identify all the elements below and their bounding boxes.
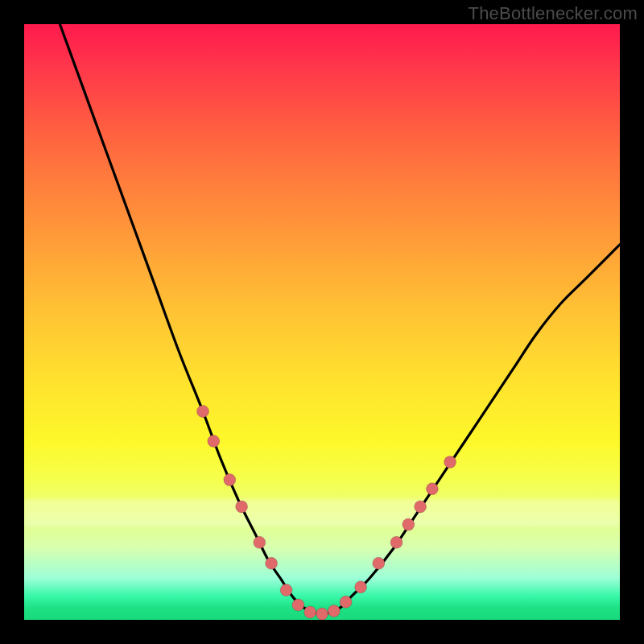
data-marker [373, 557, 385, 569]
bottleneck-curve-line [60, 24, 620, 614]
data-marker [292, 599, 304, 611]
data-marker [340, 596, 352, 608]
data-marker [328, 605, 340, 617]
data-marker [390, 536, 402, 548]
data-marker [402, 518, 415, 530]
data-marker [208, 436, 220, 448]
data-marker [426, 483, 438, 495]
data-marker [224, 474, 236, 486]
plot-area [24, 24, 620, 620]
data-marker [280, 584, 292, 597]
data-marker [304, 606, 316, 618]
data-marker [254, 536, 266, 548]
chart-svg [24, 24, 620, 620]
data-marker [266, 557, 278, 569]
data-marker [355, 581, 367, 593]
data-marker [444, 456, 456, 468]
data-marker [197, 406, 209, 418]
data-marker [236, 501, 248, 513]
watermark-text: TheBottlenecker.com [469, 3, 638, 24]
chart-frame: TheBottlenecker.com [0, 0, 644, 644]
data-marker [415, 501, 427, 513]
data-marker [316, 608, 328, 620]
